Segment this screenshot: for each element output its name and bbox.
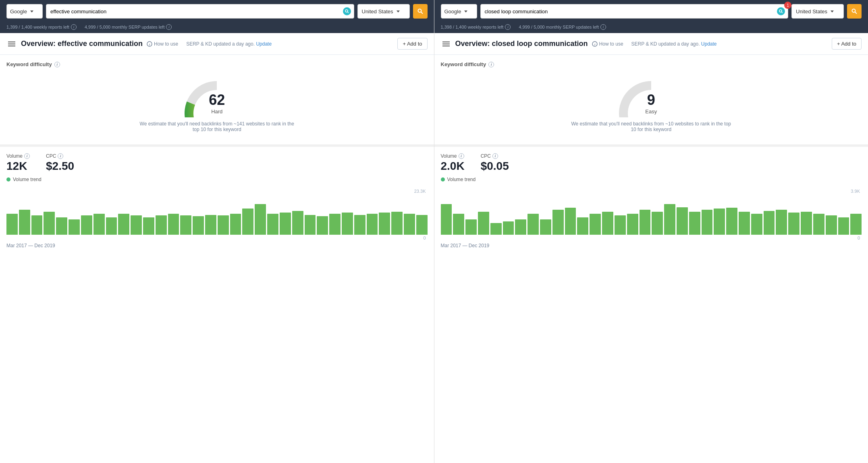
cpc-value: $0.05 [481, 160, 509, 173]
bar-item [255, 204, 266, 235]
volume-item: Volume i 12K [6, 153, 30, 173]
reports-help-icon[interactable]: i [71, 24, 77, 30]
bar-item [230, 214, 241, 235]
bar-chart [6, 194, 428, 235]
kd-value: 62 [209, 92, 225, 108]
bar-item [329, 214, 341, 235]
bar-item [31, 215, 43, 235]
gauge-wrap: 62 Hard [177, 73, 257, 119]
updates-help-icon[interactable]: i [166, 24, 172, 30]
volume-row: Volume i 2.0K CPC i $0.05 [441, 153, 862, 173]
updates-left-text: 4,999 / 5,000 monthly SERP updates left [519, 25, 599, 29]
country-select[interactable]: United States [357, 4, 410, 19]
bar-item [131, 215, 142, 235]
volume-help-icon[interactable]: i [459, 153, 464, 159]
bar-item [726, 208, 737, 235]
kd-help-icon[interactable]: i [488, 62, 494, 67]
bar-item [44, 212, 55, 235]
search-input-wrap: 1 [480, 4, 789, 19]
bar-item [19, 210, 30, 235]
add-to-button[interactable]: + Add to [832, 38, 862, 50]
cpc-item: CPC i $0.05 [481, 153, 509, 173]
kd-sublabel: Easy [645, 108, 657, 115]
reports-help-icon[interactable]: i [505, 24, 511, 30]
bar-item [267, 214, 278, 235]
bar-item [652, 212, 663, 235]
bar-item [317, 216, 328, 235]
bar-item [776, 210, 787, 235]
bar-item [540, 219, 551, 235]
engine-select[interactable]: Google [6, 4, 43, 19]
search-teal-icon [777, 7, 785, 15]
updates-help-icon[interactable]: i [600, 24, 606, 30]
volume-label: Volume i [441, 153, 465, 159]
volume-value: 12K [6, 160, 30, 173]
bar-item [305, 215, 316, 235]
country-label: United States [362, 8, 393, 15]
update-notice: SERP & KD updated a day ago. Update [186, 41, 272, 47]
bar-item [602, 212, 613, 235]
gauge-container: 62 Hard We estimate that you'll need bac… [6, 69, 428, 135]
country-label: United States [796, 8, 827, 15]
sub-bar: 1,399 / 1,400 weekly reports left i 4,99… [0, 23, 434, 33]
update-link[interactable]: Update [701, 41, 717, 47]
search-button[interactable] [847, 4, 862, 19]
svg-line-7 [782, 12, 783, 13]
search-input[interactable] [46, 4, 354, 19]
bar-item [143, 217, 154, 235]
engine-chevron [30, 10, 33, 13]
search-teal-icon [343, 7, 351, 15]
updates-left: 4,999 / 5,000 monthly SERP updates left … [85, 24, 172, 30]
engine-select[interactable]: Google [441, 4, 477, 19]
bar-item [56, 217, 67, 235]
bar-item [677, 207, 688, 235]
chart-area: 3.9K 0 Mar 2017 — Dec 2019 [434, 189, 868, 256]
hamburger-icon[interactable] [441, 40, 451, 48]
bar-item [292, 211, 303, 235]
bar-item [180, 215, 191, 235]
how-to-use[interactable]: i How to use [592, 41, 623, 47]
chart-date-range: Mar 2017 — Dec 2019 [441, 240, 862, 252]
how-to-use[interactable]: i How to use [147, 41, 178, 47]
bar-item [156, 215, 167, 235]
bar-item [826, 215, 837, 235]
trend-dot [441, 177, 445, 181]
volume-section: Volume i 2.0K CPC i $0.05 Volume trend [434, 147, 868, 189]
volume-help-icon[interactable]: i [24, 153, 30, 159]
bar-item [205, 215, 216, 235]
search-input[interactable] [480, 4, 789, 19]
bar-item [218, 215, 229, 235]
gauge-container: 9 Easy We estimate that you'll need back… [441, 69, 862, 135]
country-select[interactable]: United States [791, 4, 844, 19]
search-button[interactable] [413, 4, 428, 19]
chart-area: 23.3K 0 Mar 2017 — Dec 2019 [0, 189, 434, 256]
bar-item [689, 212, 700, 235]
cpc-help-icon[interactable]: i [58, 153, 63, 159]
cpc-help-icon[interactable]: i [492, 153, 498, 159]
bar-item [490, 223, 502, 235]
hamburger-line-1 [442, 42, 450, 42]
kd-help-icon[interactable]: i [54, 62, 60, 67]
bar-item [664, 204, 675, 235]
update-link[interactable]: Update [256, 41, 272, 47]
panel-right: Google 1 United States 1,398 / 1,400 wee [434, 0, 868, 463]
chart-date-range: Mar 2017 — Dec 2019 [6, 240, 428, 252]
chart-y-max: 23.3K [6, 189, 428, 194]
kd-estimate: We estimate that you'll need backlinks f… [136, 121, 297, 132]
svg-point-2 [418, 9, 421, 13]
add-to-button[interactable]: + Add to [397, 38, 427, 50]
bar-item [193, 216, 204, 235]
kd-label: Keyword difficulty i [6, 61, 428, 67]
chart-y-min: 0 [6, 236, 428, 240]
bar-item [640, 210, 651, 235]
hamburger-icon[interactable] [6, 40, 17, 48]
bar-item [788, 213, 799, 235]
bar-chart [441, 194, 862, 235]
svg-point-6 [779, 10, 782, 12]
gauge-wrap: 9 Easy [611, 73, 691, 119]
trend-dot [6, 177, 10, 181]
volume-item: Volume i 2.0K [441, 153, 465, 173]
hamburger-line-1 [8, 42, 15, 42]
bar-item [6, 214, 18, 235]
svg-point-0 [345, 10, 348, 12]
